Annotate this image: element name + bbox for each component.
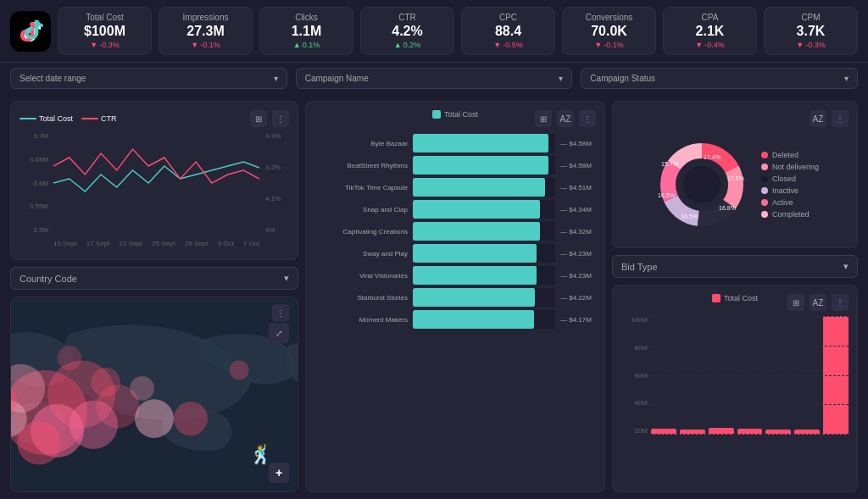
bar-chart-header: Total Cost ⊞ AZ ⋮ — [314, 110, 596, 127]
expand-icon: ⤢ — [275, 329, 282, 338]
up-arrow-icon: ▲ — [394, 41, 402, 49]
donut-sort-btn[interactable]: AZ — [810, 110, 826, 127]
donut-legend: Deleted Not delivering Closed Inactive A… — [761, 151, 819, 219]
bar-row: Captivating Creations — $4.32M — [314, 222, 596, 241]
donut-legend-label: Active — [772, 198, 793, 207]
bar-fill — [413, 200, 540, 219]
bar-fill — [413, 310, 534, 329]
campaign-status-filter[interactable]: Campaign Status ▾ — [581, 68, 858, 89]
vbar-chart-area: 100M 80M 60M 40M 20M — [621, 316, 849, 435]
bar-track — [413, 288, 555, 307]
bar-chart-more-btn[interactable]: ⋮ — [579, 110, 596, 127]
bar-label: Captivating Creations — [314, 228, 408, 236]
svg-text:17.5%: 17.5% — [727, 175, 744, 181]
vbar-col — [765, 430, 791, 435]
total-cost-legend-color — [19, 118, 36, 119]
bar-fill — [413, 288, 535, 307]
metric-value: 88.4 — [472, 24, 544, 39]
metric-change: ▲0.1% — [270, 41, 342, 49]
bar-chart-grid-btn[interactable]: ⊞ — [535, 110, 552, 127]
bar-chart-sort-btn[interactable]: AZ — [557, 110, 574, 127]
bar-label: Snap and Clap — [314, 206, 408, 213]
bar-label: Viral Visionaries — [314, 272, 408, 280]
donut-header: AZ ⋮ — [621, 110, 849, 127]
campaign-status-chevron: ▾ — [844, 74, 849, 83]
metric-value: 1.1M — [270, 24, 342, 39]
bar-row: Viral Visionaries — $4.23M — [314, 266, 596, 285]
country-code-label: Country Code — [19, 274, 77, 284]
svg-point-12 — [17, 421, 61, 465]
donut-more-btn[interactable]: ⋮ — [832, 110, 849, 127]
bar-label: TikTok Time Capsule — [314, 184, 408, 191]
bar-row: TikTok Time Capsule — $4.51M — [314, 178, 596, 197]
metrics-bar: Total Cost $100M ▼-0.3% Impressions 27.3… — [0, 0, 868, 63]
donut-legend-label: Deleted — [772, 151, 798, 159]
bar-value: — $4.51M — [560, 184, 596, 191]
bar-label: Sway and Play — [314, 250, 408, 258]
donut-legend-item: Active — [761, 198, 819, 207]
ctr-legend-label: CTR — [101, 114, 117, 123]
vbar-more-btn[interactable]: ⋮ — [832, 294, 849, 311]
line-chart-container: 3.7M 3.65M 3.6M 3.55M 3.5M — [19, 132, 289, 251]
metric-change: ▼-0.3% — [775, 41, 847, 49]
bar-fill — [413, 244, 537, 263]
metric-label: CPA — [674, 13, 746, 22]
map-header: ⋮ — [19, 304, 289, 321]
donut-legend-dot — [761, 164, 768, 170]
date-range-filter[interactable]: Select date range ▾ — [10, 68, 287, 89]
right-column: AZ ⋮ — [612, 101, 858, 492]
country-code-filter[interactable]: Country Code ▾ — [10, 267, 298, 290]
vbar-grid-btn[interactable]: ⊞ — [787, 294, 804, 311]
bar-value: — $4.23M — [560, 250, 596, 258]
svg-text:17.4%: 17.4% — [704, 154, 721, 160]
vbar-legend: Total Cost — [712, 294, 758, 302]
donut-legend-dot — [761, 152, 768, 158]
metric-change: ▼-0.5% — [472, 41, 544, 49]
bar-legend-label: Total Cost — [444, 110, 478, 119]
vbar-header: Total Cost ⊞ AZ ⋮ — [621, 294, 849, 311]
bar-label: Moment Makers — [314, 316, 408, 324]
map-zoom-btn[interactable]: + — [269, 463, 289, 483]
vbar-col — [709, 428, 734, 435]
vbar-col — [737, 429, 763, 435]
country-code-chevron: ▾ — [284, 273, 289, 284]
line-chart-more-btn[interactable]: ⋮ — [272, 110, 289, 127]
ctr-legend-color — [81, 118, 98, 119]
bar-fill — [413, 178, 545, 197]
metric-value: 3.7K — [775, 24, 847, 39]
svg-point-14 — [174, 402, 208, 435]
metric-card: CPC 88.4 ▼-0.5% — [461, 7, 555, 55]
date-range-label: Select date range — [19, 74, 86, 83]
down-arrow-icon: ▼ — [191, 41, 198, 49]
bid-type-filter[interactable]: Bid Type ▾ — [612, 255, 858, 278]
vbar-col — [823, 316, 849, 435]
dashboard: Total Cost $100M ▼-0.3% Impressions 27.3… — [0, 0, 868, 499]
map-more-btn[interactable]: ⋮ — [272, 304, 289, 321]
vbar-col — [794, 430, 820, 435]
metrics-container: Total Cost $100M ▼-0.3% Impressions 27.3… — [58, 7, 858, 55]
svg-text:16.5%: 16.5% — [681, 213, 698, 219]
map-controls: ⋮ — [272, 304, 289, 321]
metric-value: 70.0K — [573, 24, 645, 39]
metric-value: 4.2% — [371, 24, 443, 39]
down-arrow-icon: ▼ — [594, 41, 602, 49]
bar-fill — [413, 222, 540, 241]
campaign-name-filter[interactable]: Campaign Name ▾ — [296, 68, 573, 89]
legend-ctr: CTR — [81, 114, 117, 123]
campaign-status-label: Campaign Status — [590, 74, 655, 83]
bid-type-label: Bid Type — [621, 262, 658, 272]
svg-point-15 — [230, 360, 249, 380]
bar-row: Byte Bazaar — $4.58M — [314, 134, 596, 152]
down-arrow-icon: ▼ — [493, 41, 501, 49]
vbar-sort-btn[interactable]: AZ — [810, 294, 826, 311]
vbar-chart-card: Total Cost ⊞ AZ ⋮ 100M — [612, 285, 858, 492]
total-cost-legend-label: Total Cost — [39, 114, 73, 123]
metric-card: Impressions 27.3M ▼-0.1% — [159, 7, 253, 55]
bar-row: Snap and Clap — $4.34M — [314, 200, 596, 219]
donut-legend-dot — [761, 211, 768, 218]
line-chart-grid-btn[interactable]: ⊞ — [250, 110, 267, 127]
down-arrow-icon: ▼ — [90, 41, 97, 49]
metric-change: ▼-0.3% — [69, 41, 141, 49]
map-expand-btn[interactable]: ⤢ — [269, 323, 289, 343]
bar-track — [413, 244, 555, 263]
